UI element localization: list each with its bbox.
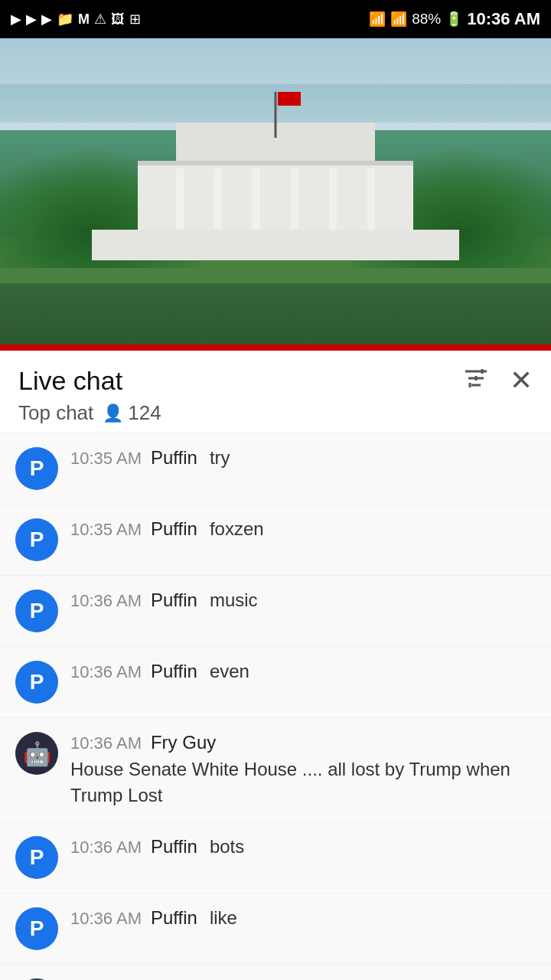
message-content: 10:35 AM Puffin try bbox=[70, 447, 536, 469]
avatar: P bbox=[15, 661, 58, 704]
wifi-icon: 📶 bbox=[369, 11, 386, 28]
message-time: 10:36 AM bbox=[70, 662, 142, 682]
video-thumbnail[interactable] bbox=[0, 38, 551, 345]
message-body: House Senate White House .... all lost b… bbox=[70, 756, 536, 808]
avatar: P bbox=[15, 518, 58, 561]
message-content: 10:35 AM Puffin foxzen bbox=[70, 518, 536, 540]
avatar: P bbox=[15, 447, 58, 490]
message-author: Puffin bbox=[151, 836, 197, 858]
avatar: P bbox=[15, 907, 58, 950]
message-content: 10:36 AM Puffin like bbox=[70, 907, 536, 929]
message-time: 10:36 AM bbox=[70, 733, 142, 753]
chat-header-icons: ✕ bbox=[464, 364, 533, 397]
filter-icon[interactable] bbox=[464, 368, 488, 394]
viewer-count: 👤 124 bbox=[103, 401, 161, 425]
message-text: like bbox=[210, 907, 237, 929]
list-item: P 10:36 AM Puffin music bbox=[0, 576, 551, 647]
alert-icon: ⚠ bbox=[94, 11, 106, 28]
list-item: 🤖 10:36 AM Fry Guy House Senate White Ho… bbox=[0, 718, 551, 822]
person-icon: 👤 bbox=[103, 403, 123, 423]
mastodon-icon: M bbox=[78, 11, 90, 28]
avatar: P bbox=[15, 836, 58, 879]
chat-panel: Live chat ✕ Top chat 👤 bbox=[0, 351, 551, 980]
message-content: 10:36 AM Puffin music bbox=[70, 590, 536, 611]
list-item: P 10:35 AM Puffin foxzen bbox=[0, 505, 551, 576]
battery-level: 88% bbox=[412, 11, 441, 28]
youtube-icon: ▶ bbox=[26, 11, 37, 28]
chat-title: Live chat bbox=[18, 366, 122, 396]
message-text: try bbox=[210, 447, 230, 469]
viewer-count-number: 124 bbox=[128, 401, 161, 425]
message-author: Puffin bbox=[151, 518, 197, 540]
youtube2-icon: ▶ bbox=[41, 11, 52, 28]
message-content: 10:36 AM Puffin bots bbox=[70, 836, 536, 858]
red-accent-line bbox=[0, 345, 551, 351]
list-item: P 10:36 AM Puffin bots bbox=[0, 822, 551, 893]
status-icons-left: ▶ ▶ ▶ 📁 M ⚠ 🖼 ⊞ bbox=[11, 11, 141, 28]
close-icon[interactable]: ✕ bbox=[510, 364, 533, 397]
chat-mode-label[interactable]: Top chat bbox=[18, 401, 93, 425]
message-content: 10:36 AM Puffin even bbox=[70, 661, 536, 682]
message-text: foxzen bbox=[210, 518, 264, 540]
status-bar: ▶ ▶ ▶ 📁 M ⚠ 🖼 ⊞ 📶 📶 88% 🔋 10:36 AM bbox=[0, 0, 551, 38]
battery-icon: 🔋 bbox=[445, 11, 462, 28]
list-item: P 10:36 AM Puffin even bbox=[0, 647, 551, 718]
message-text: music bbox=[210, 590, 258, 611]
chat-messages: P 10:35 AM Puffin try P 10:35 AM Puffin … bbox=[0, 433, 551, 980]
message-time: 10:36 AM bbox=[70, 591, 142, 611]
grid-icon: ⊞ bbox=[129, 11, 141, 28]
message-author: Puffin bbox=[151, 661, 197, 682]
list-item: SLEEPYJOE. 10:36 AM tofu ROBOT D A N 🤣👆😂 bbox=[0, 965, 551, 980]
avatar: P bbox=[15, 590, 58, 632]
status-icons-right: 📶 📶 88% 🔋 10:36 AM bbox=[369, 9, 540, 29]
message-author: Fry Guy bbox=[151, 732, 216, 753]
chat-header: Live chat ✕ Top chat 👤 bbox=[0, 351, 551, 433]
message-text: bots bbox=[210, 836, 244, 858]
time-display: 10:36 AM bbox=[467, 9, 540, 29]
message-author: Puffin bbox=[151, 447, 197, 469]
avatar: 🤖 bbox=[15, 732, 58, 775]
message-content: 10:36 AM Fry Guy House Senate White Hous… bbox=[70, 732, 536, 808]
message-time: 10:36 AM bbox=[70, 909, 142, 929]
list-item: P 10:36 AM Puffin like bbox=[0, 893, 551, 965]
list-item: P 10:35 AM Puffin try bbox=[0, 433, 551, 505]
folder-icon: 📁 bbox=[57, 11, 73, 28]
message-time: 10:35 AM bbox=[70, 449, 142, 469]
play-icon: ▶ bbox=[11, 11, 21, 28]
chat-subtitle: Top chat 👤 124 bbox=[18, 401, 533, 425]
image-icon: 🖼 bbox=[111, 11, 125, 28]
message-time: 10:36 AM bbox=[70, 838, 142, 858]
message-author: Puffin bbox=[151, 907, 197, 929]
message-author: Puffin bbox=[151, 590, 197, 611]
message-text: even bbox=[210, 661, 249, 682]
message-time: 10:35 AM bbox=[70, 520, 142, 540]
signal-icon: 📶 bbox=[390, 11, 407, 28]
